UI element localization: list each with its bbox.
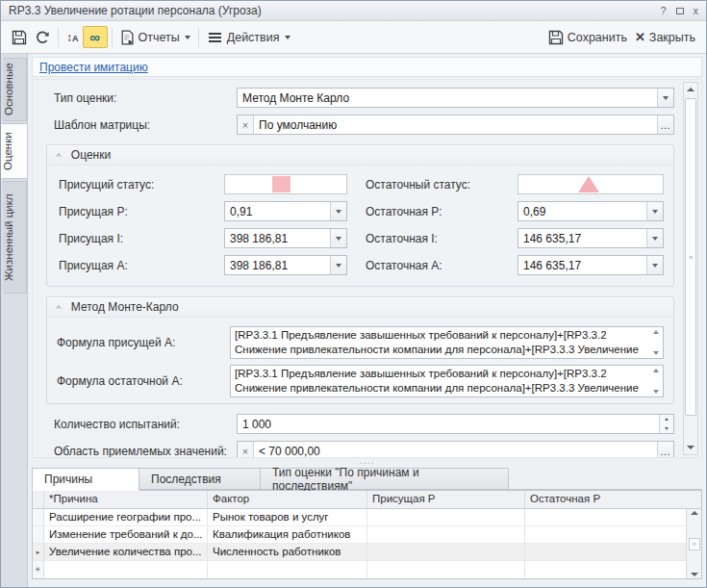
save-button[interactable] — [8, 26, 31, 49]
a-row: Присущая A: 398 186,81 Остаточная A: 146… — [59, 255, 664, 275]
estimates-group-header[interactable]: ˄ Оценки — [47, 145, 673, 166]
row-indicator[interactable] — [33, 526, 44, 544]
window-close-icon[interactable]: x — [694, 6, 699, 16]
browse-button[interactable]: … — [657, 115, 673, 134]
matrix-template-field[interactable]: × По умолчанию … — [237, 115, 674, 135]
dropdown-button[interactable] — [330, 229, 346, 247]
residual-p-combobox[interactable]: 0,69 — [518, 201, 664, 221]
side-tab-main[interactable]: Основные — [3, 58, 27, 121]
dropdown-button[interactable] — [330, 202, 346, 220]
actions-button[interactable]: Действия — [203, 26, 294, 49]
cell-inherent-p[interactable] — [367, 526, 525, 544]
inherent-i-label: Присущая I: — [59, 232, 224, 245]
residual-a-combobox[interactable]: 146 635,17 — [518, 255, 664, 275]
residual-formula-value: [RP3.3.1 Предъявление завышенных требова… — [231, 366, 649, 396]
evaluation-type-combobox[interactable]: Метод Монте Карло — [237, 88, 674, 108]
inherent-a-combobox[interactable]: 398 186,81 — [224, 255, 347, 275]
cell-factor[interactable]: Квалификация работников — [208, 526, 367, 544]
spin-up-button[interactable] — [660, 415, 673, 424]
bottom-panel: Причины Последствия Тип оценки "По причи… — [32, 468, 702, 579]
spin-down-button[interactable] — [660, 424, 673, 434]
cell-residual-p-new[interactable] — [525, 561, 686, 578]
cell-factor-new[interactable] — [208, 561, 367, 578]
formula-scroll-buttons[interactable] — [649, 366, 663, 396]
grid-scrollbar-thumb[interactable]: ≡ — [689, 538, 700, 550]
refresh-button[interactable] — [31, 26, 54, 49]
cell-cause-new[interactable] — [44, 561, 208, 578]
evaluation-type-label: Тип оценки: — [54, 91, 237, 105]
scrollbar-up-button[interactable] — [684, 83, 697, 96]
column-header-factor[interactable]: Фактор — [208, 491, 367, 509]
tab-causes[interactable]: Причины — [32, 468, 139, 491]
inherent-p-label: Присущая P: — [59, 205, 224, 218]
dropdown-button[interactable] — [646, 256, 663, 274]
clear-button[interactable]: × — [238, 442, 254, 458]
reports-button[interactable]: Отчеты — [116, 26, 194, 49]
close-label: Закрыть — [649, 31, 695, 44]
scroll-up-icon — [653, 330, 659, 334]
reports-label: Отчеты — [139, 31, 180, 44]
cell-residual-p[interactable] — [525, 526, 686, 544]
residual-status-field[interactable] — [518, 174, 664, 194]
help-icon[interactable]: ? — [660, 6, 666, 16]
residual-formula-field[interactable]: [RP3.3.1 Предъявление завышенных требова… — [230, 365, 664, 397]
column-header-inherent-p[interactable]: Присущая Р — [367, 491, 525, 509]
side-tab-estimates[interactable]: Оценки — [1, 123, 28, 179]
spin-down-icon — [665, 427, 669, 430]
spin-up-icon — [665, 418, 669, 421]
cell-cause[interactable]: Изменение требований к до... — [44, 526, 208, 544]
current-row-indicator[interactable]: ▸ — [33, 544, 44, 561]
close-button[interactable]: ✕ Закрыть — [631, 26, 699, 49]
chevron-down-icon — [663, 96, 669, 100]
chevron-down-icon — [185, 36, 190, 39]
tab-causes-consequences-type[interactable]: Тип оценки "По причинам и последствиям" — [261, 468, 509, 490]
refresh-icon — [35, 30, 50, 45]
clear-button[interactable]: × — [238, 115, 254, 134]
cell-factor[interactable]: Рынок товаров и услуг — [208, 509, 367, 526]
residual-i-combobox[interactable]: 146 635,17 — [518, 228, 664, 248]
cell-factor[interactable]: Численность работников — [208, 544, 367, 561]
cell-inherent-p-new[interactable] — [367, 561, 525, 578]
run-simulation-link[interactable]: Провести имитацию — [39, 61, 148, 74]
inherent-i-combobox[interactable]: 398 186,81 — [224, 228, 347, 248]
cell-cause[interactable]: Расширение географии про... — [44, 509, 208, 526]
browse-button[interactable]: … — [657, 442, 673, 458]
run-simulation-row: Провести имитацию — [32, 57, 702, 77]
cell-inherent-p[interactable] — [367, 509, 525, 526]
dropdown-button[interactable] — [330, 256, 346, 274]
side-tab-lifecycle[interactable]: Жизненный цикл — [3, 181, 27, 294]
maximize-icon[interactable] — [676, 8, 684, 14]
matrix-template-value: По умолчанию — [254, 118, 657, 132]
cell-residual-p[interactable] — [525, 509, 686, 526]
scroll-down-icon — [653, 351, 659, 355]
cell-cause[interactable]: Увеличение количества про... — [44, 544, 208, 561]
scrollbar-down-button[interactable] — [684, 441, 697, 454]
vertical-scrollbar[interactable]: ≡ — [683, 82, 698, 455]
dropdown-button[interactable] — [646, 202, 663, 220]
cell-residual-p[interactable] — [525, 544, 686, 561]
column-header-cause[interactable]: *Причина — [44, 491, 208, 509]
link-toggle-button[interactable]: ∞ — [83, 26, 108, 48]
scrollbar-thumb[interactable]: ≡ — [685, 98, 696, 416]
inherent-p-combobox[interactable]: 0,91 — [224, 201, 347, 221]
row-indicator[interactable] — [33, 509, 44, 526]
inherent-i-value: 398 186,81 — [230, 232, 330, 245]
grid-vertical-scrollbar[interactable]: ≡ — [686, 509, 701, 578]
inherent-formula-field[interactable]: [RP3.3.1 Предъявление завышенных требова… — [230, 326, 664, 359]
new-row-indicator[interactable]: ✳ — [33, 561, 44, 578]
tab-consequences[interactable]: Последствия — [139, 468, 261, 490]
cell-inherent-p[interactable] — [367, 544, 525, 561]
formula-scroll-buttons[interactable] — [649, 327, 663, 358]
monte-carlo-group-header[interactable]: ˄ Метод Монте-Карло — [47, 297, 673, 318]
toolbar-separator — [198, 28, 199, 47]
inherent-status-field[interactable] — [224, 174, 347, 194]
dropdown-button[interactable] — [646, 229, 663, 247]
auto-height-button[interactable]: ↕A — [63, 26, 83, 49]
save-and-stay-button[interactable]: Сохранить — [544, 26, 631, 49]
acceptable-range-field[interactable]: × < 70 000,00 … — [237, 441, 674, 458]
spinner-buttons[interactable] — [659, 415, 673, 433]
column-header-residual-p[interactable]: Остаточная Р — [525, 491, 686, 509]
collapse-caret-icon: ˄ — [56, 151, 62, 160]
trials-spin-field[interactable]: 1 000 — [237, 414, 674, 434]
dropdown-button[interactable] — [657, 89, 673, 107]
